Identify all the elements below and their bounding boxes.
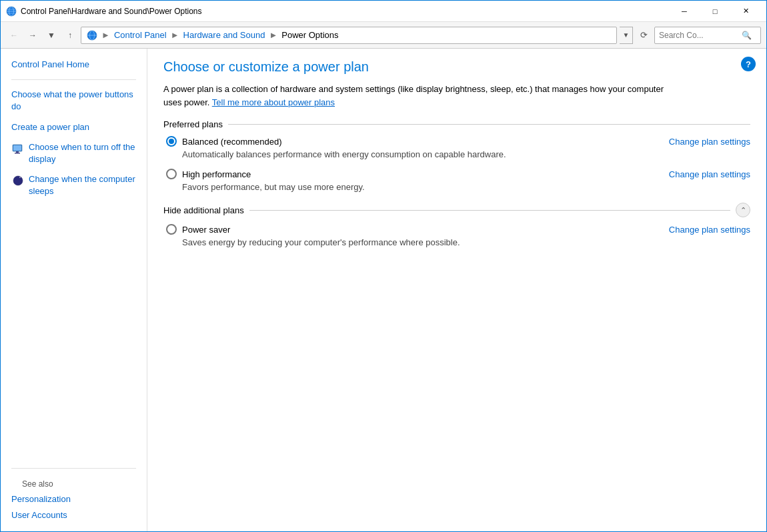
sidebar-home-label: Control Panel Home — [11, 59, 89, 71]
title-bar-text: Control Panel\Hardware and Sound\Power O… — [21, 7, 669, 16]
forward-button[interactable]: → — [25, 27, 41, 43]
learn-more-link[interactable]: Tell me more about power plans — [212, 97, 335, 107]
sidebar-see-also-section: See also Personalization User Accounts — [1, 461, 147, 523]
radio-power-saver[interactable] — [166, 224, 177, 235]
change-plan-power-saver-link[interactable]: Change plan settings — [669, 225, 750, 235]
page-title: Choose or customize a power plan — [163, 59, 750, 75]
path-control-panel[interactable]: Control Panel — [114, 30, 167, 40]
path-separator-2: ► — [171, 30, 179, 40]
address-path: ► Control Panel ► Hardware and Sound ► P… — [81, 27, 617, 44]
sidebar-computer-sleeps-label: Change when the computer sleeps — [29, 173, 136, 197]
close-button[interactable]: ✕ — [730, 3, 761, 19]
change-plan-balanced-link[interactable]: Change plan settings — [669, 137, 750, 147]
svg-point-13 — [19, 177, 21, 178]
plan-name-power-saver: Power saver — [182, 225, 230, 235]
plan-item-power-saver: Power saver Change plan settings Saves e… — [163, 224, 750, 247]
sidebar-power-buttons-label: Choose what the power buttons do — [11, 89, 136, 113]
address-path-icon — [87, 30, 97, 41]
plan-item-balanced: Balanced (recommended) Change plan setti… — [163, 136, 750, 159]
plan-name-high-performance: High performance — [182, 169, 251, 179]
sidebar-personalization-label: Personalization — [11, 493, 71, 505]
title-bar: Control Panel\Hardware and Sound\Power O… — [1, 1, 766, 22]
sidebar-nav-section: Control Panel Home Choose what the power… — [1, 57, 147, 204]
main-window: Control Panel\Hardware and Sound\Power O… — [0, 0, 767, 532]
radio-balanced[interactable] — [166, 136, 177, 147]
additional-plans-label: Hide additional plans — [163, 205, 244, 215]
additional-plans-divider — [249, 210, 730, 211]
address-bar: ← → ▼ ↑ ► Control Panel ► Hardware and S… — [1, 22, 766, 49]
plan-desc-power-saver: Saves energy by reducing your computer's… — [182, 237, 750, 247]
see-also-label: See also — [11, 475, 136, 491]
plan-radio-row-balanced: Balanced (recommended) Change plan setti… — [166, 136, 750, 147]
svg-point-12 — [13, 176, 23, 185]
plan-radio-row-high-performance: High performance Change plan settings — [166, 169, 750, 179]
computer-sleeps-icon — [11, 174, 25, 187]
address-dropdown-button[interactable]: ▼ — [620, 27, 633, 44]
search-input[interactable] — [659, 31, 739, 40]
preferred-plans-divider — [228, 124, 750, 125]
additional-plans-header: Hide additional plans ⌃ — [163, 203, 750, 217]
back-button[interactable]: ← — [6, 27, 22, 43]
svg-rect-9 — [16, 151, 19, 153]
plan-item-high-performance: High performance Change plan settings Fa… — [163, 169, 750, 192]
sidebar-divider-1 — [11, 79, 136, 80]
plan-name-balanced: Balanced (recommended) — [182, 137, 282, 147]
collapse-additional-plans-button[interactable]: ⌃ — [736, 203, 750, 217]
sidebar-home-link[interactable]: Control Panel Home — [11, 57, 136, 73]
refresh-button[interactable]: ⟳ — [636, 27, 652, 43]
search-box: 🔍 — [654, 27, 761, 44]
help-button[interactable]: ? — [741, 57, 756, 71]
preferred-plans-label: Preferred plans — [163, 119, 223, 129]
radio-high-performance[interactable] — [166, 169, 177, 179]
turn-off-display-icon — [11, 142, 25, 155]
minimize-button[interactable]: ─ — [669, 3, 700, 19]
plan-label-high-performance[interactable]: High performance — [166, 169, 251, 179]
plan-radio-row-power-saver: Power saver Change plan settings — [166, 224, 750, 235]
sidebar-item-create-plan[interactable]: Create a power plan — [11, 119, 136, 135]
dropdown-history-button[interactable]: ▼ — [43, 27, 59, 43]
plan-desc-high-performance: Favors performance, but may use more ene… — [182, 182, 750, 192]
svg-rect-11 — [13, 145, 21, 151]
sidebar-item-computer-sleeps[interactable]: Change when the computer sleeps — [11, 171, 136, 199]
sidebar-create-plan-label: Create a power plan — [11, 121, 89, 133]
sidebar-user-accounts-label: User Accounts — [11, 509, 67, 521]
sidebar-personalization-link[interactable]: Personalization — [11, 491, 136, 507]
title-bar-icon — [6, 6, 17, 17]
sidebar-item-power-buttons[interactable]: Choose what the power buttons do — [11, 87, 136, 115]
plan-label-power-saver[interactable]: Power saver — [166, 224, 230, 235]
up-button[interactable]: ↑ — [62, 27, 78, 43]
change-plan-high-performance-link[interactable]: Change plan settings — [669, 169, 750, 179]
plan-label-balanced[interactable]: Balanced (recommended) — [166, 136, 282, 147]
path-hardware-sound[interactable]: Hardware and Sound — [183, 30, 265, 40]
path-separator-3: ► — [269, 30, 277, 40]
path-power-options: Power Options — [281, 30, 338, 40]
main-layout: Control Panel Home Choose what the power… — [1, 49, 766, 531]
path-separator-1: ► — [101, 30, 110, 40]
sidebar-turn-off-display-label: Choose when to turn off the display — [29, 141, 136, 165]
search-icon[interactable]: 🔍 — [742, 31, 752, 40]
page-description: A power plan is a collection of hardware… — [163, 83, 684, 109]
sidebar-user-accounts-link[interactable]: User Accounts — [11, 507, 136, 523]
preferred-plans-header: Preferred plans — [163, 119, 750, 129]
sidebar: Control Panel Home Choose what the power… — [1, 49, 147, 531]
sidebar-item-turn-off-display[interactable]: Choose when to turn off the display — [11, 139, 136, 167]
content-area: ? Choose or customize a power plan A pow… — [147, 49, 766, 531]
svg-rect-10 — [15, 153, 20, 154]
sidebar-divider-2 — [11, 468, 136, 469]
window-controls: ─ □ ✕ — [669, 3, 761, 19]
plan-desc-balanced: Automatically balances performance with … — [182, 149, 750, 159]
maximize-button[interactable]: □ — [700, 3, 730, 19]
